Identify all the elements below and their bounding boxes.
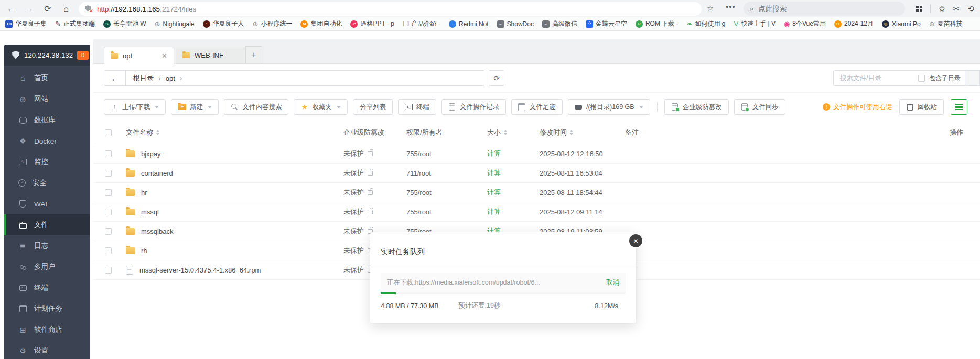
bookmark-item[interactable]: ↓ Redmi Not [449, 20, 489, 28]
col-name[interactable]: 文件名称 [126, 128, 153, 137]
bookmark-item[interactable]: P 逼格PPT - p [350, 19, 394, 28]
sidebar-item[interactable]: 设置 [4, 340, 90, 359]
file-tab[interactable]: opt ✕ [104, 47, 174, 64]
bookmark-item[interactable]: ⊕ 小程序统一 [253, 19, 293, 28]
bookmark-item[interactable]: M 集团自动化 [300, 19, 342, 28]
file-name[interactable]: mssql-server-15.0.4375.4-1.x86_64.rpm [139, 266, 261, 274]
sort-icon[interactable] [570, 130, 573, 135]
breadcrumb-root[interactable]: 根目录 [133, 73, 154, 83]
recycle-bin-button[interactable]: 回收站 [899, 99, 944, 115]
sidebar-item[interactable]: 安全 [4, 172, 90, 193]
address-bar[interactable]: ✕ http://192.168.1.165:21724/files [79, 2, 702, 16]
col-size[interactable]: 大小 [487, 128, 501, 137]
refresh-directory-button[interactable]: ⟳ [489, 70, 504, 86]
sort-icon[interactable] [156, 130, 159, 135]
file-name[interactable]: containerd [141, 169, 173, 177]
apps-grid-icon[interactable] [916, 6, 922, 12]
server-header[interactable]: 120.224.38.132 0 [4, 45, 90, 66]
tab-close-icon[interactable]: ✕ [161, 52, 167, 60]
file-name[interactable]: bjxpay [141, 150, 161, 158]
row-checkbox[interactable] [105, 189, 112, 196]
select-all-checkbox[interactable] [105, 129, 112, 136]
sidebar-item[interactable]: Docker [4, 130, 90, 151]
message-count-badge[interactable]: 0 [77, 51, 89, 60]
file-name[interactable]: hr [141, 189, 147, 197]
bookmark-item[interactable]: ◉ 8个Vue常用 [784, 19, 826, 28]
size-calculate-link[interactable]: 计算 [487, 207, 540, 216]
row-checkbox[interactable] [105, 228, 112, 235]
bookmark-item[interactable]: ◔ 华夏良子人 [203, 19, 244, 28]
toolbar-button[interactable]: 文件内容搜索 [224, 99, 288, 115]
back-icon[interactable]: ← [6, 5, 16, 13]
file-name[interactable]: mssql [141, 208, 159, 216]
bookmark-item[interactable]: S 长亭雷池 W [103, 19, 146, 28]
forward-icon[interactable]: → [25, 5, 34, 13]
search-button-clipped[interactable] [965, 70, 980, 86]
bookmark-item[interactable]: ⊕ 夏苗科技 [929, 19, 963, 28]
list-view-toggle[interactable] [951, 99, 967, 115]
file-name[interactable]: rh [141, 247, 147, 255]
dialog-close-icon[interactable]: ✕ [629, 234, 642, 247]
size-calculate-link[interactable]: 计算 [487, 188, 540, 197]
toolbar-button[interactable]: 企业级防篡改 [664, 99, 729, 115]
toolbar-button[interactable]: 文件操作记录 [441, 99, 506, 115]
row-checkbox[interactable] [105, 267, 112, 274]
sidebar-item[interactable]: 计划任务 [4, 298, 90, 319]
toolbar-button[interactable]: 上传/下载 [104, 99, 166, 115]
back-directory-icon[interactable]: ← [104, 71, 126, 85]
bookmark-item[interactable]: ◍ Xiaomi Po [882, 20, 921, 28]
more-options-icon[interactable]: ••• [726, 2, 736, 11]
size-calculate-link[interactable]: 计算 [487, 149, 540, 158]
sidebar-item[interactable]: WAF [4, 193, 90, 214]
toolbar-button[interactable]: 终端 [398, 99, 436, 115]
size-calculate-link[interactable]: 计算 [487, 168, 540, 178]
bookmark-item[interactable]: ≡ ShowDoc [497, 20, 534, 28]
row-checkbox[interactable] [105, 247, 112, 254]
new-tab-button[interactable]: + [245, 46, 262, 63]
bookmark-item[interactable]: ⁘ 金蝶云星空 [586, 19, 627, 28]
sidebar-item[interactable]: 软件商店 [4, 319, 90, 340]
toolbar-button[interactable]: /(根目录)169 GB [568, 99, 650, 115]
breadcrumb-current[interactable]: opt [166, 74, 175, 82]
bookmark-item[interactable]: ≡ 高级微信 [542, 19, 577, 28]
insecure-shield-icon[interactable]: ✕ [85, 5, 92, 13]
bookmark-star-icon[interactable]: ☆ [707, 4, 714, 13]
sidebar-item[interactable]: 多用户 [4, 256, 90, 277]
row-checkbox[interactable] [105, 170, 112, 177]
table-row[interactable]: hr 未保护 755/root 计算 2025-08-11 18:54:44 [93, 183, 980, 202]
bookmark-item[interactable]: ⊕ Nightingale [155, 20, 195, 28]
sidebar-item[interactable]: 数据库 [4, 110, 90, 130]
toolbar-button[interactable]: 文件同步 [734, 99, 785, 115]
quick-search-box[interactable]: ⌕ 点此搜索 [744, 2, 905, 16]
toolbar-button[interactable]: 收藏夹 [294, 99, 348, 115]
table-row[interactable]: containerd 未保护 711/root 计算 2025-08-11 16… [93, 164, 980, 183]
toolbar-button[interactable]: 文件足迹 [511, 99, 563, 115]
toolbar-button[interactable]: 分享列表 [353, 99, 393, 115]
toolbar-button[interactable]: 新建 [171, 99, 219, 115]
sidebar-item[interactable]: 终端 [4, 277, 90, 298]
bookmark-item[interactable]: C 2024-12月 [834, 19, 874, 28]
clipped-edge-icon[interactable]: ⟲ [967, 5, 974, 13]
sidebar-item[interactable]: 监控 [4, 151, 90, 172]
sidebar-item[interactable]: 网站 [4, 89, 90, 110]
sidebar-item[interactable]: 首页 [4, 68, 90, 89]
bookmark-item[interactable]: ❒ 产品介绍 - [403, 19, 440, 28]
table-row[interactable]: mssql 未保护 755/root 计算 2025-08-12 09:11:1… [93, 202, 980, 222]
file-name[interactable]: mssqlback [141, 227, 173, 235]
reload-icon[interactable]: ⟳ [43, 5, 52, 13]
sidebar-item[interactable]: 文件 [4, 214, 90, 235]
file-tab[interactable]: WEB-INF ✕ [176, 47, 246, 63]
bookmark-item[interactable]: TD 华夏良子集 [5, 19, 47, 28]
row-checkbox[interactable] [105, 209, 112, 215]
home-icon[interactable]: ⌂ [61, 5, 71, 13]
sidebar-item[interactable]: 日志 [4, 235, 90, 256]
row-checkbox[interactable] [105, 150, 112, 157]
bookmark-item[interactable]: ❧ 如何使用 g [687, 19, 726, 28]
scissors-icon[interactable]: ✂ [953, 5, 960, 13]
sort-icon[interactable] [504, 130, 507, 135]
subdir-checkbox[interactable] [918, 75, 925, 82]
file-search-input[interactable] [839, 74, 914, 82]
bookmark-item[interactable]: V 快速上手 | V [734, 19, 776, 28]
cancel-download-link[interactable]: 取消 [606, 278, 619, 287]
table-row[interactable]: bjxpay 未保护 755/root 计算 2025-08-12 12:16:… [93, 144, 980, 164]
